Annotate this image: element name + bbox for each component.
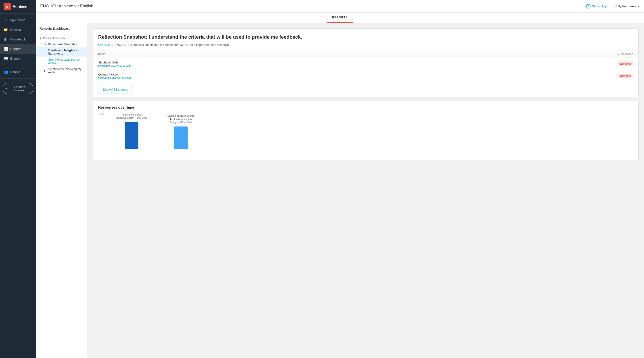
user-menu-button[interactable]: Holly Fairbanks ▼ (614, 4, 640, 8)
sidebar-item-label: Gradebook (10, 37, 26, 41)
table-row: Stephanie Ortiz stephanie.ortiz@school.e… (93, 58, 638, 70)
bar-label-2: Giving Feedback/Source Check - Argumenta… (165, 114, 196, 124)
tree-course-overview[interactable]: ▼ Course Overview (36, 35, 87, 41)
gradebook-icon: ◧ (4, 37, 8, 41)
header-right: ? Show Help Holly Fairbanks ▼ (586, 3, 640, 9)
report-main-content: Reflection Snapshot: I understand the cr… (87, 23, 644, 358)
breadcrumb: Overview ▶ ENG 101: Do students understa… (93, 43, 638, 50)
reports-sidebar: Reports Dashboard ▼ Course Overview ▼ Re… (36, 23, 87, 358)
response-cell-1: Disagree (434, 58, 638, 70)
breadcrumb-page-label: ENG 101: Do students understand the crit… (115, 43, 230, 46)
student-name-1: Stephanie Ortiz (98, 61, 118, 64)
expand-icon: ▶ (44, 69, 46, 72)
student-email-1: stephanie.ortiz@school.edu (98, 64, 429, 67)
sidebar-item-label: People (10, 70, 20, 74)
plus-icon: + (6, 87, 8, 90)
top-header: ENG 101: Achieve for English ? Show Help… (36, 0, 644, 12)
bar-label-1: Trends and Insights - Narrative Essay - … (116, 113, 147, 120)
response-badge-2: Disagree (618, 73, 633, 78)
sidebar-item-ebook[interactable]: 📖 E-book (0, 54, 36, 63)
reports-dashboard-title: Reports Dashboard (36, 26, 87, 33)
sidebar-item-label: My Course (10, 18, 26, 22)
breadcrumb-separator: ▶ (112, 43, 113, 46)
tree-are-students[interactable]: ▶ Are students reviewing my feedb... (36, 66, 87, 75)
student-email-2: colleen.mckay@school.edu (98, 76, 429, 79)
main-area: ENG 101: Achieve for English ? Show Help… (36, 0, 644, 358)
home-icon: ⌂ (4, 18, 8, 22)
chart-bars: Trends and Insights - Narrative Essay - … (112, 113, 624, 156)
sidebar-item-reports[interactable]: 📊 Reports (0, 44, 36, 54)
help-icon: ? (586, 4, 590, 8)
people-icon: 👥 (4, 70, 8, 74)
reflections-snapshot-label: Reflections Snapshot (48, 42, 78, 46)
logo-text: Achieve (12, 4, 27, 9)
reports-icon: 📊 (4, 47, 8, 51)
col-name-header: Name (93, 50, 434, 58)
show-help-button[interactable]: ? Show Help (586, 4, 607, 8)
sidebar-item-people[interactable]: 👥 People (0, 67, 36, 77)
browse-icon: 📁 (4, 27, 8, 32)
nav-divider-2 (0, 78, 36, 79)
sidebar-item-label: Reports (10, 47, 21, 51)
response-badge-1: Disagree (618, 61, 633, 66)
bar-group-2: Giving Feedback/Source Check - Argumenta… (165, 114, 196, 149)
tree-giving-feedback[interactable]: Giving Feedback/Source Check - ... (36, 56, 87, 66)
show-all-students-button[interactable]: Show All Students (98, 86, 133, 93)
header-divider (611, 3, 611, 9)
sidebar-item-my-course[interactable]: ⌂ My Course (0, 15, 36, 25)
giving-feedback-label: Giving Feedback/Source Check - ... (48, 58, 84, 65)
bar-group-1: Trends and Insights - Narrative Essay - … (116, 113, 147, 149)
tab-reports[interactable]: REPORTS (327, 12, 353, 23)
sidebar: ≋ Achieve ⌂ My Course 📁 Browse ◧ Gradebo… (0, 0, 36, 358)
report-heading: Reflection Snapshot: I understand the cr… (93, 28, 638, 43)
logo-icon: ≋ (4, 3, 11, 10)
responses-section: Responses over time 100% Trends and Insi… (93, 101, 638, 160)
tree-trends-insights[interactable]: Trends and Insights - Narrative... (36, 47, 87, 56)
main-report-card: Reflection Snapshot: I understand the cr… (92, 28, 639, 97)
breadcrumb-overview-link[interactable]: Overview (98, 43, 110, 46)
chart-y-label: 100% (98, 113, 104, 116)
sidebar-item-label: E-book (10, 57, 20, 60)
tab-reports-label: REPORTS (332, 16, 348, 19)
tree-reflections-snapshot[interactable]: ▼ Reflections Snapshot (36, 41, 87, 47)
student-cell-2: Colleen McKay colleen.mckay@school.edu (93, 70, 434, 82)
show-help-label: Show Help (592, 4, 607, 8)
nav-divider (0, 65, 36, 65)
reports-tree: ▼ Course Overview ▼ Reflections Snapshot… (36, 33, 87, 77)
table-row: Colleen McKay colleen.mckay@school.edu D… (93, 70, 638, 82)
response-cell-2: Disagree (434, 70, 638, 82)
responses-over-time-card: Responses over time 100% Trends and Insi… (92, 101, 639, 160)
bar-2 (174, 126, 188, 149)
sidebar-nav: ⌂ My Course 📁 Browse ◧ Gradebook 📊 Repor… (0, 14, 36, 358)
ebook-icon: 📖 (4, 56, 8, 60)
bar-1 (125, 122, 138, 149)
show-all-row: Show All Students (93, 82, 638, 97)
create-content-label: + Create Content (9, 85, 30, 92)
user-name: Holly Fairbanks (614, 4, 636, 8)
create-content-button[interactable]: + + Create Content (3, 83, 33, 94)
sidebar-item-browse[interactable]: 📁 Browse (0, 25, 36, 34)
content-area: Reports Dashboard ▼ Course Overview ▼ Re… (36, 23, 644, 358)
trends-insights-label: Trends and Insights - Narrative... (48, 48, 84, 55)
collapse-icon-2: ▼ (44, 43, 46, 45)
sidebar-item-label: Browse (10, 28, 21, 31)
logo: ≋ Achieve (0, 0, 36, 14)
page-title: ENG 101: Achieve for English (40, 4, 93, 8)
student-name-2: Colleen McKay (98, 73, 118, 76)
are-students-label: Are students reviewing my feedb... (48, 67, 84, 74)
students-table: Name ▲ Response Stephanie Ortiz stephani… (93, 50, 638, 82)
col-response-header[interactable]: ▲ Response (434, 50, 638, 58)
collapse-icon: ▼ (39, 37, 42, 39)
chart-area: 100% Trends and Insights - Narrative Ess… (98, 113, 633, 156)
tab-bar: REPORTS (36, 12, 644, 23)
chevron-down-icon: ▼ (637, 5, 640, 7)
student-cell-1: Stephanie Ortiz stephanie.ortiz@school.e… (93, 58, 434, 70)
course-overview-label: Course Overview (43, 36, 65, 40)
responses-over-time-title: Responses over time (98, 105, 633, 109)
sidebar-item-gradebook[interactable]: ◧ Gradebook (0, 34, 36, 44)
